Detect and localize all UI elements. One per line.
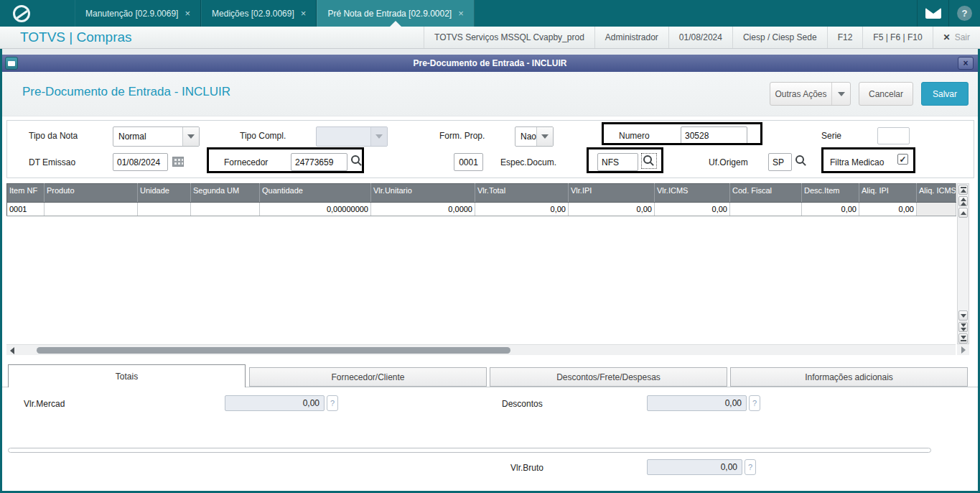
fornecedor-search-icon[interactable] bbox=[351, 155, 363, 167]
filtra-medicao-checkbox[interactable]: ✓ bbox=[897, 154, 908, 165]
scroll-page-down-icon bbox=[961, 323, 966, 327]
form-area: Tipo da Nota Normal Tipo Compl. Form. Pr… bbox=[6, 120, 974, 178]
numero-input[interactable] bbox=[681, 126, 747, 144]
cell-vlr-ipi[interactable]: 0,00 bbox=[569, 203, 655, 216]
vlr-mercad-help-button[interactable]: ? bbox=[327, 395, 338, 411]
uf-origem-input[interactable] bbox=[768, 153, 792, 171]
espec-docum-label: Espec.Docum. bbox=[500, 157, 556, 167]
mdi-tab-label: Pré Nota de Entrada [02.9.0002] bbox=[327, 9, 452, 19]
loja-input[interactable] bbox=[454, 153, 483, 171]
tab-descontos-frete-despesas[interactable]: Descontos/Frete/Despesas bbox=[490, 367, 727, 387]
other-actions-button[interactable]: Outras Ações bbox=[770, 82, 851, 106]
descontos-label: Descontos bbox=[502, 399, 543, 409]
col-item-nf[interactable]: Item NF bbox=[7, 184, 45, 203]
cell-item-nf[interactable]: 0001 bbox=[7, 203, 45, 216]
save-button[interactable]: Salvar bbox=[921, 82, 969, 106]
tab-fornecedor-cliente[interactable]: Fornecedor/Cliente bbox=[249, 367, 487, 387]
vlr-bruto-help-button[interactable]: ? bbox=[745, 459, 756, 475]
col-quantidade[interactable]: Quantidade bbox=[260, 184, 371, 203]
fornecedor-input[interactable] bbox=[291, 153, 347, 171]
tab-close-icon[interactable]: × bbox=[301, 8, 307, 19]
cancel-button[interactable]: Cancelar bbox=[859, 82, 913, 106]
chevron-down-icon bbox=[838, 92, 845, 96]
scroll-down-button[interactable] bbox=[958, 310, 968, 321]
col-vlr-unitario[interactable]: Vlr.Unitario bbox=[371, 184, 475, 203]
grid-vertical-scrollbar[interactable] bbox=[957, 183, 969, 344]
tipo-da-nota-select[interactable]: Normal bbox=[113, 126, 200, 147]
scroll-left-icon[interactable] bbox=[10, 347, 14, 354]
panel-divider bbox=[8, 448, 931, 453]
cell-segunda-um[interactable] bbox=[191, 203, 260, 216]
grid-data-row[interactable]: 0001 0,00000000 0,0000 0,00 0,00 0,00 0,… bbox=[7, 203, 956, 216]
chevron-down-icon bbox=[187, 134, 195, 139]
help-icon: ? bbox=[957, 6, 972, 21]
help-button[interactable]: ? bbox=[948, 0, 980, 27]
cell-produto[interactable] bbox=[45, 203, 138, 216]
fkeys-shortcut[interactable]: F5 | F6 | F10 bbox=[862, 27, 932, 48]
col-vlr-total[interactable]: Vlr.Total bbox=[475, 184, 569, 203]
descontos-help-button[interactable]: ? bbox=[749, 395, 760, 411]
cell-aliq-ipi[interactable]: 0,00 bbox=[859, 203, 917, 216]
cell-vlr-unitario[interactable]: 0,0000 bbox=[371, 203, 475, 216]
tab-informacoes-adicionais[interactable]: Informações adicionais bbox=[730, 367, 968, 387]
col-aliq-ipi[interactable]: Aliq. IPI bbox=[859, 184, 917, 203]
calendar-icon[interactable] bbox=[172, 157, 184, 167]
scroll-right-button[interactable] bbox=[957, 344, 969, 355]
cell-unidade[interactable] bbox=[138, 203, 191, 216]
espec-docum-search-icon[interactable] bbox=[643, 155, 655, 167]
col-cod-fiscal[interactable]: Cod. Fiscal bbox=[730, 184, 802, 203]
mail-icon bbox=[925, 8, 941, 19]
cell-quantidade[interactable]: 0,00000000 bbox=[260, 203, 371, 216]
mail-button[interactable] bbox=[917, 0, 948, 27]
col-desc-item[interactable]: Desc.Item bbox=[802, 184, 859, 203]
uf-origem-search-icon[interactable] bbox=[795, 155, 807, 167]
scroll-page-up-button[interactable] bbox=[958, 196, 968, 206]
scroll-last-button[interactable] bbox=[958, 333, 968, 344]
cell-aliq-icms[interactable] bbox=[917, 203, 956, 216]
mdi-tab-medicoes[interactable]: Medições [02.9.0069] × bbox=[201, 0, 317, 27]
espec-docum-input[interactable] bbox=[597, 153, 638, 171]
scroll-last-icon bbox=[961, 336, 966, 339]
scroll-right-icon bbox=[961, 346, 966, 354]
serie-input[interactable] bbox=[877, 127, 910, 144]
select-arrow[interactable] bbox=[536, 127, 553, 146]
dt-emissao-input[interactable] bbox=[113, 153, 168, 171]
col-segunda-um[interactable]: Segunda UM bbox=[191, 184, 260, 203]
user-name: Administrador bbox=[594, 27, 668, 48]
col-vlr-ipi[interactable]: Vlr.IPI bbox=[569, 184, 655, 203]
tab-close-icon[interactable]: × bbox=[458, 8, 464, 19]
col-vlr-icms[interactable]: Vlr.ICMS bbox=[655, 184, 730, 203]
scroll-page-down-button[interactable] bbox=[958, 322, 968, 332]
cell-desc-item[interactable]: 0,00 bbox=[802, 203, 859, 216]
scroll-first-button[interactable] bbox=[958, 185, 968, 195]
f12-shortcut[interactable]: F12 bbox=[827, 27, 863, 48]
mdi-tab-manutencao[interactable]: Manutenção [02.9.0069] × bbox=[75, 0, 201, 27]
dialog-titlebar: Pre-Documento de Entrada - INCLUIR × bbox=[2, 55, 978, 72]
exit-x-icon: ✕ bbox=[943, 32, 951, 42]
scroll-up-button[interactable] bbox=[958, 208, 968, 218]
branch-selector[interactable]: Ciesp / Ciesp Sede bbox=[732, 27, 827, 48]
exit-button[interactable]: ✕ Sair bbox=[933, 27, 980, 48]
horizontal-scroll-thumb[interactable] bbox=[37, 347, 510, 354]
cell-cod-fiscal[interactable] bbox=[730, 203, 802, 216]
tab-totais[interactable]: Totais bbox=[8, 364, 246, 387]
dialog-title: Pre-Documento de Entrada - INCLUIR bbox=[2, 58, 978, 68]
col-produto[interactable]: Produto bbox=[45, 184, 138, 203]
col-aliq-icms[interactable]: Aliq. ICMS bbox=[917, 184, 956, 203]
totvs-logo-icon bbox=[13, 5, 30, 22]
vlr-mercad-label: Vlr.Mercad bbox=[24, 399, 65, 409]
form-prop-label: Form. Prop. bbox=[439, 131, 485, 141]
cell-vlr-total[interactable]: 0,00 bbox=[475, 203, 569, 216]
cell-vlr-icms[interactable]: 0,00 bbox=[655, 203, 730, 216]
select-arrow[interactable] bbox=[182, 127, 199, 146]
numero-label: Numero bbox=[619, 131, 650, 141]
grid-header-row: Item NF Produto Unidade Segunda UM Quant… bbox=[7, 184, 956, 203]
dialog-close-button[interactable]: × bbox=[958, 57, 974, 70]
form-prop-select[interactable]: Nao bbox=[515, 126, 554, 147]
col-unidade[interactable]: Unidade bbox=[138, 184, 191, 203]
tab-close-icon[interactable]: × bbox=[185, 8, 190, 19]
mdi-tab-pre-nota-active[interactable]: Pré Nota de Entrada [02.9.0002] × bbox=[317, 0, 474, 27]
tipo-compl-select bbox=[316, 126, 388, 147]
other-actions-dropdown[interactable] bbox=[831, 83, 850, 105]
grid-horizontal-scrollbar[interactable] bbox=[6, 344, 956, 355]
